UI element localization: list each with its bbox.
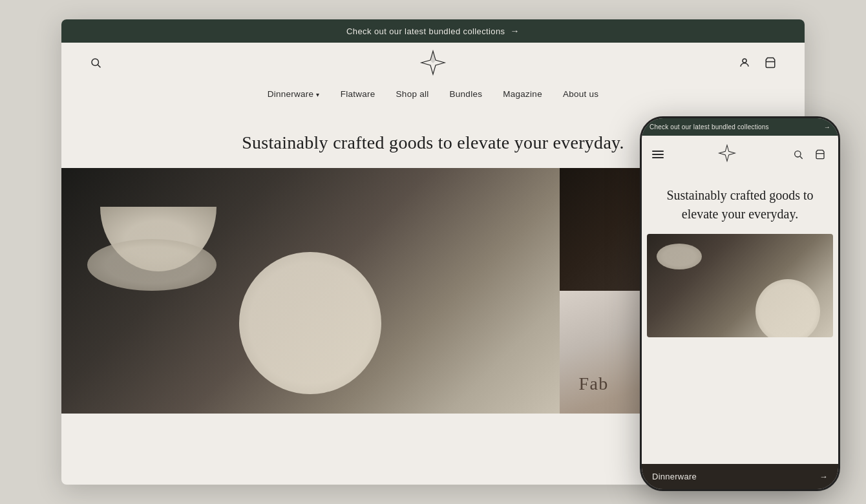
phone-search-button[interactable]	[790, 147, 806, 162]
phone-hero-image	[647, 234, 833, 337]
nav-magazine[interactable]: Magazine	[503, 89, 542, 99]
announcement-arrow: →	[511, 26, 520, 36]
plate-decoration	[239, 252, 381, 394]
phone-logo[interactable]	[717, 143, 737, 165]
svg-line-1	[98, 65, 100, 67]
main-nav: Dinnerware ▾ Flatware Shop all Bundles M…	[61, 83, 805, 110]
phone-header	[642, 136, 838, 173]
phone-announcement-bar: Check out our latest bundled collections…	[642, 118, 838, 136]
nav-shop-all[interactable]: Shop all	[396, 89, 429, 99]
announcement-text: Check out our latest bundled collections	[346, 26, 505, 36]
phone-hero-section: Sustainably crafted goods to elevate you…	[642, 173, 838, 234]
hamburger-menu-button[interactable]	[652, 151, 664, 158]
nav-dinnerware[interactable]: Dinnerware ▾	[268, 89, 320, 99]
brand-stamp-text: Fab	[579, 373, 609, 394]
phone-category-bar[interactable]: Dinnerware →	[642, 464, 838, 489]
phone-brand-logo	[717, 143, 737, 163]
phone-category-label: Dinnerware	[652, 472, 697, 481]
phone-plate-decoration	[755, 279, 820, 337]
nav-about-us[interactable]: About us	[563, 89, 598, 99]
header-left	[87, 54, 104, 71]
nav-flatware[interactable]: Flatware	[341, 89, 375, 99]
phone-header-icons	[790, 147, 828, 162]
announcement-bar[interactable]: Check out our latest bundled collections…	[61, 19, 805, 43]
phone-cart-button[interactable]	[812, 147, 828, 162]
phone-search-icon	[793, 149, 803, 160]
search-icon	[90, 57, 101, 68]
phone-bowl-decoration	[657, 244, 702, 269]
search-button[interactable]	[87, 54, 104, 71]
phone-hero-headline: Sustainably crafted goods to elevate you…	[652, 186, 828, 224]
svg-line-5	[800, 156, 803, 159]
account-button[interactable]	[736, 54, 753, 71]
header-right	[736, 54, 779, 71]
brand-logo	[419, 48, 447, 77]
cart-button[interactable]	[762, 54, 779, 71]
user-icon	[739, 57, 750, 68]
phone-category-arrow: →	[819, 472, 828, 481]
svg-point-4	[795, 151, 801, 157]
bowl-decoration-2	[87, 239, 216, 291]
phone-announcement-text: Check out our latest bundled collections	[650, 123, 769, 131]
hero-image-left	[61, 168, 560, 414]
svg-point-0	[92, 59, 99, 66]
site-header	[61, 43, 805, 83]
cart-icon	[765, 57, 776, 68]
phone-announcement-arrow: →	[824, 123, 830, 131]
phone-cart-icon	[815, 149, 825, 160]
chevron-down-icon: ▾	[316, 91, 319, 98]
logo[interactable]	[419, 48, 447, 77]
phone-mockup: Check out our latest bundled collections…	[640, 116, 840, 491]
svg-point-2	[743, 59, 746, 63]
nav-bundles[interactable]: Bundles	[450, 89, 483, 99]
phone-screen: Check out our latest bundled collections…	[642, 118, 838, 489]
